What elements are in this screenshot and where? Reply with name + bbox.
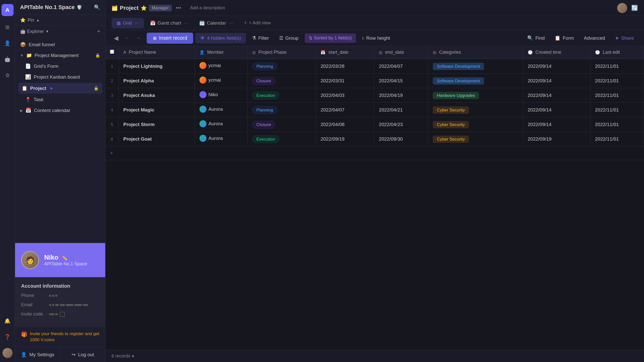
profile-banner: 🧑 Niko ✏️ APITable No.1 Space [15, 243, 105, 277]
invite-link-section[interactable]: 🎁 Invite your friends to register and ge… [15, 327, 105, 347]
three-dot-menu-icon[interactable]: ••• [176, 5, 181, 11]
created-time-value: 2022/09/19 [528, 136, 552, 142]
share-button[interactable]: ➤ Share [611, 33, 638, 43]
group-button[interactable]: ☰ Group [275, 33, 303, 43]
collapse-sidebar-button[interactable]: ◀ [112, 34, 121, 43]
find-button[interactable]: 🔍 Find [523, 33, 549, 43]
grid-tab-more-icon[interactable]: ⋯ [135, 21, 139, 25]
category-cell: Software Development [428, 59, 523, 74]
breadcrumb: 🗂️ Project ⭐ Manager ••• [112, 5, 181, 11]
end-date-value: 2022/04/07 [379, 64, 403, 69]
edit-icon[interactable]: ✏️ [62, 256, 67, 261]
member-avatar: Aurora [199, 135, 223, 142]
created-time-value: 2022/09/14 [528, 122, 552, 127]
settings-user-icon: 👤 [21, 352, 27, 357]
categories-col-label: Categories [439, 50, 461, 55]
start-date-col-icon: 📅 [320, 50, 326, 54]
view-tabs: ▦ Grid ⋯ 📅 Gantt chart ⋯ 🗓️ Calendar ⋯ +… [105, 16, 644, 30]
last-edit-col-icon: 🕐 [595, 50, 600, 54]
hidden-fields-label: 4 hidden field(s) [207, 35, 241, 41]
explorer-section: 🤖 Explorer ▼ + [15, 26, 105, 37]
project-name-value: Project Goat [123, 136, 152, 142]
undo-button[interactable]: ← [123, 34, 132, 43]
filter-label: Filter [258, 35, 269, 41]
record-count-chevron-icon[interactable]: ▾ [132, 353, 134, 359]
table-container: A Project Name 👤 Member ◎ Project Phase [105, 46, 644, 350]
col-last-edit: 🕐 Last edit [590, 46, 644, 59]
filter-button[interactable]: ⚗ Filter [248, 33, 273, 43]
project-name-cell[interactable]: Project Asuka [119, 88, 195, 103]
select-all-checkbox[interactable] [110, 50, 114, 54]
calendar-tab-more-icon[interactable]: ⋯ [229, 21, 233, 25]
profile-name: Niko ✏️ [44, 254, 87, 261]
grid-nav-icon[interactable]: ⊞ [3, 22, 13, 32]
project-name-cell[interactable]: Project Alpha [119, 74, 195, 88]
app-logo: A [2, 4, 14, 16]
explorer-toggle[interactable]: 🤖 Explorer ▼ [20, 29, 49, 34]
start-date-col-label: start_date [328, 50, 348, 55]
sync-icon[interactable]: 🔄 [631, 5, 638, 11]
user-avatar-small[interactable] [3, 348, 13, 358]
end-date-cell: 2022/04/15 [374, 74, 428, 88]
search-icon[interactable]: 🔍 [94, 4, 100, 10]
row-number: 2 [111, 79, 113, 83]
pin-star-icon: ⭐ [20, 17, 26, 23]
sidebar-item-project-management[interactable]: ▼ 📁 Project Management 🔒 [15, 50, 105, 61]
sort-button[interactable]: ⇅ Sorted by 1 field(s) [305, 33, 356, 43]
row-height-button[interactable]: ↕ Row height [358, 33, 394, 43]
form-button[interactable]: 📋 Form [551, 33, 578, 43]
member-cell: Aurora [195, 132, 247, 146]
redo-button[interactable]: → [134, 34, 143, 43]
sidebar-item-project-kanban[interactable]: 📊 Project Kanban board [15, 72, 105, 82]
copy-icon[interactable] [60, 312, 65, 317]
user-avatar[interactable] [617, 3, 627, 13]
sidebar-item-project[interactable]: 📋 Project ➤ 🔒 [18, 83, 102, 94]
tab-gantt[interactable]: 📅 Gantt chart ⋯ [145, 18, 193, 28]
settings-nav-icon[interactable]: ⚙ [3, 70, 13, 80]
add-item-button[interactable]: + [97, 28, 100, 35]
logout-icon: ↪ [72, 352, 76, 357]
icon-sidebar: A ⊞ 👤 🤖 ⚙ 🔔 ❓ [0, 0, 15, 362]
grid-tab-icon: ▦ [117, 20, 121, 26]
notification-icon[interactable]: 🔔 [3, 316, 13, 326]
phase-cell: Closure [247, 117, 316, 132]
start-date-value: 2022/04/08 [320, 122, 344, 127]
project-name-col-icon: A [123, 50, 126, 54]
grids-form-icon: 📄 [25, 63, 31, 69]
sidebar-item-task[interactable]: 📍 Task [15, 94, 105, 105]
add-description[interactable]: Add a description [190, 5, 225, 11]
created-time-cell: 2022/09/14 [523, 117, 590, 132]
log-out-button[interactable]: ↪ Log out [60, 347, 105, 362]
advanced-button[interactable]: Advanced [580, 33, 609, 43]
tab-grid[interactable]: ▦ Grid ⋯ [112, 18, 144, 28]
insert-record-button[interactable]: ⊕ Insert record [147, 33, 193, 44]
help-icon[interactable]: ❓ [3, 332, 13, 342]
user-nav-icon[interactable]: 👤 [3, 38, 13, 48]
add-row-button[interactable]: + [105, 146, 644, 160]
tab-calendar[interactable]: 🗓️ Calendar ⋯ [194, 18, 238, 28]
category-cell: Software Development [428, 74, 523, 88]
project-name-cell[interactable]: Project Storm [119, 117, 195, 132]
member-avatar: Aurora [199, 106, 223, 113]
share-icon: ➤ [615, 35, 619, 41]
project-name-cell[interactable]: Project Goat [119, 132, 195, 146]
project-name-cell[interactable]: Project Magic [119, 103, 195, 117]
gantt-tab-more-icon[interactable]: ⋯ [184, 21, 188, 25]
sidebar-item-content-calendar[interactable]: ▶ 📅 Content calendar [15, 105, 105, 116]
find-icon: 🔍 [527, 35, 533, 41]
add-view-button[interactable]: + + Add view [239, 18, 276, 28]
start-date-cell: 2022/03/28 [316, 59, 374, 74]
data-table: A Project Name 👤 Member ◎ Project Phase [105, 46, 644, 146]
space-badge-icon: 🛡️ [77, 5, 82, 10]
robot-nav-icon[interactable]: 🤖 [3, 54, 13, 64]
nav-buttons: ← → [123, 34, 143, 43]
invite-code-dots [49, 312, 65, 317]
hidden-fields-button[interactable]: 👁 4 hidden field(s) [195, 33, 246, 43]
sidebar-item-email-funnel[interactable]: 📦 Email funnel [15, 39, 105, 50]
member-name: Aurora [208, 106, 223, 112]
record-count: 6 records ▾ [112, 353, 134, 359]
sidebar-item-grids-form[interactable]: 📄 Grid's Form [15, 61, 105, 72]
end-date-value: 2022/04/15 [379, 78, 403, 83]
my-settings-button[interactable]: 👤 My Settings [15, 347, 60, 362]
project-name-cell[interactable]: Project Lightning [119, 59, 195, 74]
